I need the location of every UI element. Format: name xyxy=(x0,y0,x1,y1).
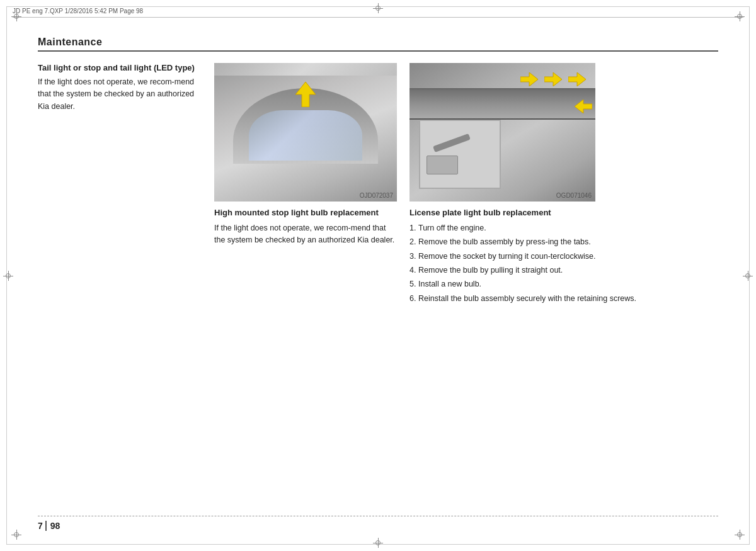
steps-list: Turn off the engine. Remove the bulb ass… xyxy=(410,222,718,305)
right-caption-heading: License plate light bulb replacement xyxy=(410,208,718,219)
footer: 7 98 xyxy=(38,521,60,531)
content-area: Tail light or stop and tail light (LED t… xyxy=(38,63,718,501)
left-section-title: Tail light or stop and tail light (LED t… xyxy=(38,63,202,72)
right-caption-body: Turn off the engine. Remove the bulb ass… xyxy=(410,222,718,305)
yellow-arrows-right xyxy=(520,72,586,86)
step-4: Remove the bulb by pulling it straight o… xyxy=(418,264,718,276)
reg-crosshair-top xyxy=(373,3,383,13)
page-number: 98 xyxy=(50,521,60,531)
chapter-number: 7 xyxy=(38,521,47,531)
right-column: OGD071046 License plate light bulb repla… xyxy=(410,63,718,501)
svg-marker-4 xyxy=(575,99,592,113)
step-6: Reinstall the bulb assembly securely wit… xyxy=(418,293,718,305)
left-column: Tail light or stop and tail light (LED t… xyxy=(38,63,214,501)
corner-crosshair-bl xyxy=(11,530,21,540)
section-rule xyxy=(38,50,718,52)
svg-marker-3 xyxy=(568,72,586,86)
high-stop-light-image: OJD072037 xyxy=(214,63,397,202)
svg-marker-0 xyxy=(295,82,316,107)
middle-caption-heading: High mounted stop light bulb replacement xyxy=(214,208,397,219)
middle-image-code: OJD072037 xyxy=(360,192,393,199)
corner-crosshair-tl xyxy=(11,11,21,21)
license-plate-image: OGD071046 xyxy=(410,63,595,202)
step-3: Remove the socket by turning it coun-ter… xyxy=(418,251,718,263)
step-2: Remove the bulb assembly by press-ing th… xyxy=(418,236,718,248)
middle-column: OJD072037 High mounted stop light bulb r… xyxy=(214,63,410,501)
svg-marker-2 xyxy=(544,72,562,86)
step-5: Install a new bulb. xyxy=(418,278,718,290)
right-image-code: OGD071046 xyxy=(556,192,592,199)
middle-caption-body: If the light does not operate, we recom-… xyxy=(214,222,397,247)
corner-crosshair-tr xyxy=(735,11,745,21)
section-heading: Maintenance xyxy=(38,37,102,48)
right-arrow-icon xyxy=(575,99,592,115)
print-header-text: JD PE eng 7.QXP 1/28/2016 5:42 PM Page 9… xyxy=(13,8,143,14)
reg-crosshair-bottom xyxy=(373,538,383,548)
svg-marker-1 xyxy=(520,72,538,86)
yellow-arrow-down xyxy=(295,82,316,107)
footer-rule xyxy=(38,516,718,516)
reg-crosshair-left xyxy=(3,271,13,281)
reg-crosshair-right xyxy=(743,271,753,281)
corner-crosshair-br xyxy=(735,530,745,540)
step-1: Turn off the engine. xyxy=(418,222,718,234)
left-section-body: If the light does not operate, we recom-… xyxy=(38,76,202,113)
